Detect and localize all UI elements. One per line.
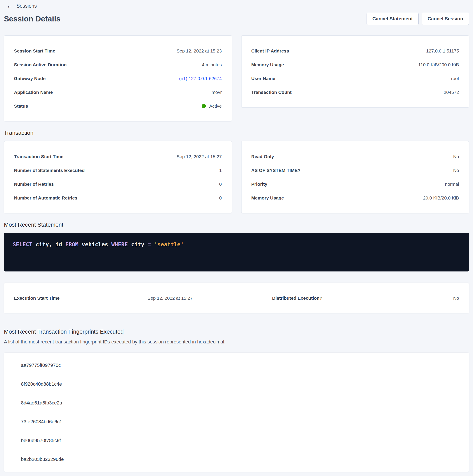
cancel-statement-button[interactable]: Cancel Statement [367,13,419,25]
execution-summary-card: Execution Start Time Sep 12, 2022 at 15:… [4,283,469,313]
sql-token: SELECT [13,241,32,248]
sql-token: WHERE [112,241,128,248]
client-ip-row: Client IP Address 127.0.0.1:51175 [251,44,459,58]
status-row: Status Active [14,99,222,113]
fingerprints-heading: Most Recent Transaction Fingerprints Exe… [4,328,469,335]
sql-token: vehicles [79,241,112,248]
priority-row: Priority normal [251,177,459,191]
sql-token: = [147,241,154,248]
row-label: Gateway Node [14,76,46,81]
retries-row: Number of Retries 0 [14,177,222,191]
sql-token: city [128,241,147,248]
row-value: 1 [219,168,222,173]
row-value: 0 [219,182,222,187]
row-value: 4 minutes [202,62,222,67]
row-value: movr [212,90,222,95]
session-start-time-row: Session Start Time Sep 12, 2022 at 15:23 [14,44,222,58]
session-details-page: ← Sessions Session Details Cancel Statem… [0,0,473,476]
row-label: Memory Usage [251,62,284,67]
as-of-system-time-row: AS OF SYSTEM TIME? No [251,163,459,177]
fingerprint-item: be06e9570f785c9f [4,431,469,450]
row-label: Status [14,103,28,109]
fingerprint-item: 8f920c40d88b1c4e [4,375,469,393]
row-value: 127.0.0.1:51175 [426,48,459,54]
row-label: Memory Usage [251,195,284,201]
fingerprint-item: 73fe26034bd6e6c1 [4,412,469,431]
sql-token: FROM [65,241,79,248]
arrow-left-icon: ← [7,3,13,9]
row-label: Number of Statements Executed [14,168,85,173]
sql-token: 'seattle' [154,241,184,248]
row-label: Transaction Start Time [14,154,63,159]
fingerprint-item: ba2b203b823296de [4,450,469,469]
row-value: Sep 12, 2022 at 15:27 [177,154,222,159]
transaction-card-left: Transaction Start Time Sep 12, 2022 at 1… [4,141,232,213]
row-label: AS OF SYSTEM TIME? [251,168,301,173]
execution-summary-row: Execution Start Time Sep 12, 2022 at 15:… [14,292,459,304]
txn-memory-usage-row: Memory Usage 20.0 KiB/20.0 KiB [251,191,459,205]
row-value: 110.0 KiB/200.0 KiB [418,62,459,67]
row-value: 204572 [444,90,459,95]
cancel-session-button[interactable]: Cancel Session [422,13,469,25]
read-only-row: Read Only No [251,150,459,163]
fingerprints-description: A list of the most recent transaction fi… [4,339,469,345]
session-active-duration-row: Session Active Duration 4 minutes [14,58,222,71]
row-value: 0 [219,195,222,201]
application-name-row: Application Name movr [14,85,222,99]
breadcrumb-back-sessions[interactable]: ← Sessions [4,2,37,10]
row-label: User Name [251,76,276,81]
most-recent-statement-heading: Most Recent Statement [4,221,469,228]
row-label: Session Active Duration [14,62,67,67]
execution-start-time-label: Execution Start Time [14,296,147,301]
row-label: Read Only [251,154,274,159]
fingerprint-item: 8d4ae61a5fb3ce2a [4,393,469,412]
distributed-execution-value: No [388,296,459,301]
header-buttons: Cancel Statement Cancel Session [367,13,469,25]
memory-usage-row: Memory Usage 110.0 KiB/200.0 KiB [251,58,459,71]
status-badge: Active [202,103,222,109]
sql-token: city, id [32,241,65,248]
row-label: Number of Automatic Retries [14,195,77,201]
session-info-card-right: Client IP Address 127.0.0.1:51175 Memory… [241,35,469,108]
execution-start-time-value: Sep 12, 2022 at 15:27 [147,296,272,301]
row-value: root [451,76,459,81]
row-value: No [453,154,459,159]
page-title: Session Details [4,15,61,23]
row-label: Application Name [14,90,53,95]
statements-executed-row: Number of Statements Executed 1 [14,163,222,177]
row-label: Priority [251,182,268,187]
transaction-summary-row: Transaction Start Time Sep 12, 2022 at 1… [4,141,469,213]
automatic-retries-row: Number of Automatic Retries 0 [14,191,222,205]
row-value: normal [445,182,459,187]
transaction-section-heading: Transaction [4,129,469,136]
fingerprints-card: aa79775ff097970c 8f920c40d88b1c4e 8d4ae6… [4,353,469,472]
status-value: Active [209,103,222,109]
transaction-card-right: Read Only No AS OF SYSTEM TIME? No Prior… [241,141,469,213]
row-label: Number of Retries [14,182,54,187]
row-value: No [453,168,459,173]
transaction-count-row: Transaction Count 204572 [251,85,459,99]
distributed-execution-label: Distributed Execution? [272,296,388,301]
breadcrumb-label: Sessions [16,3,37,9]
status-active-dot-icon [202,104,206,108]
gateway-node-link[interactable]: (n1) 127.0.0.1:62674 [179,76,222,81]
session-info-card-left: Session Start Time Sep 12, 2022 at 15:23… [4,35,232,121]
transaction-start-time-row: Transaction Start Time Sep 12, 2022 at 1… [14,150,222,163]
session-summary-row: Session Start Time Sep 12, 2022 at 15:23… [4,35,469,121]
gateway-node-row: Gateway Node (n1) 127.0.0.1:62674 [14,71,222,85]
row-label: Transaction Count [251,90,292,95]
row-label: Client IP Address [251,48,289,54]
row-value: Sep 12, 2022 at 15:23 [177,48,222,54]
fingerprint-item: aa79775ff097970c [4,356,469,375]
page-header: Session Details Cancel Statement Cancel … [4,13,469,25]
row-label: Session Start Time [14,48,55,54]
user-name-row: User Name root [251,71,459,85]
row-value: 20.0 KiB/20.0 KiB [423,195,459,201]
sql-statement-box: SELECT city, id FROM vehicles WHERE city… [4,233,469,272]
